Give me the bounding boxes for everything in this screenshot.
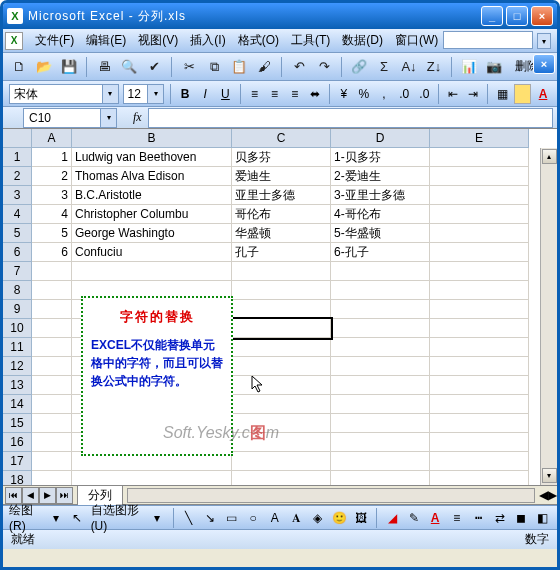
sum-icon[interactable]: Σ bbox=[374, 57, 394, 77]
cell-B5[interactable]: George Washingto bbox=[72, 224, 232, 243]
cell-B8[interactable] bbox=[72, 281, 232, 300]
line-icon[interactable]: ╲ bbox=[180, 508, 197, 528]
fx-button[interactable]: fx bbox=[133, 110, 142, 125]
cell-A13[interactable] bbox=[32, 376, 72, 395]
cell-A9[interactable] bbox=[32, 300, 72, 319]
draw-menu[interactable]: 绘图(R) bbox=[9, 502, 43, 533]
cell-C1[interactable]: 贝多芬 bbox=[232, 148, 331, 167]
cell-E18[interactable] bbox=[430, 471, 529, 485]
col-header-E[interactable]: E bbox=[430, 129, 529, 148]
name-box[interactable]: C10▾ bbox=[23, 108, 117, 128]
cell-B16[interactable] bbox=[72, 433, 232, 452]
row-header-1[interactable]: 1 bbox=[3, 148, 32, 167]
col-header-B[interactable]: B bbox=[72, 129, 232, 148]
cell-D14[interactable] bbox=[331, 395, 430, 414]
scroll-right-icon[interactable]: ▶ bbox=[548, 488, 557, 502]
cell-E6[interactable] bbox=[430, 243, 529, 262]
cell-C17[interactable] bbox=[232, 452, 331, 471]
row-header-12[interactable]: 12 bbox=[3, 357, 32, 376]
redo-icon[interactable]: ↷ bbox=[314, 57, 334, 77]
fill-color-icon[interactable]: ◢ bbox=[384, 508, 401, 528]
cell-D2[interactable]: 2-爱迪生 bbox=[331, 167, 430, 186]
cell-E14[interactable] bbox=[430, 395, 529, 414]
row-header-6[interactable]: 6 bbox=[3, 243, 32, 262]
cell-B3[interactable]: B.C.Aristotle bbox=[72, 186, 232, 205]
cell-B12[interactable] bbox=[72, 357, 232, 376]
cell-D10[interactable] bbox=[331, 319, 430, 338]
cell-D4[interactable]: 4-哥伦布 bbox=[331, 205, 430, 224]
menu-data[interactable]: 数据(D) bbox=[336, 29, 389, 52]
font-size-select[interactable]: 12▾ bbox=[123, 84, 165, 104]
vertical-scrollbar[interactable]: ▴ ▾ bbox=[540, 148, 557, 485]
cell-E10[interactable] bbox=[430, 319, 529, 338]
oval-icon[interactable]: ○ bbox=[245, 508, 262, 528]
row-header-11[interactable]: 11 bbox=[3, 338, 32, 357]
cell-E8[interactable] bbox=[430, 281, 529, 300]
bold-button[interactable]: B bbox=[177, 84, 193, 104]
cell-A3[interactable]: 3 bbox=[32, 186, 72, 205]
diagram-icon[interactable]: ◈ bbox=[309, 508, 326, 528]
cell-D5[interactable]: 5-华盛顿 bbox=[331, 224, 430, 243]
format-painter-icon[interactable]: 🖌 bbox=[254, 57, 274, 77]
cell-D6[interactable]: 6-孔子 bbox=[331, 243, 430, 262]
cell-C14[interactable] bbox=[232, 395, 331, 414]
cell-C7[interactable] bbox=[232, 262, 331, 281]
sort-asc-icon[interactable]: A↓ bbox=[399, 57, 419, 77]
rect-icon[interactable]: ▭ bbox=[223, 508, 240, 528]
close-button[interactable]: × bbox=[531, 6, 553, 26]
sort-desc-icon[interactable]: Z↓ bbox=[424, 57, 444, 77]
menu-view[interactable]: 视图(V) bbox=[132, 29, 184, 52]
save-icon[interactable]: 💾 bbox=[59, 57, 79, 77]
font-color-icon[interactable]: A bbox=[427, 508, 444, 528]
cell-B4[interactable]: Christopher Columbu bbox=[72, 205, 232, 224]
cell-B1[interactable]: Ludwig van Beethoven bbox=[72, 148, 232, 167]
cell-E5[interactable] bbox=[430, 224, 529, 243]
3d-icon[interactable]: ◧ bbox=[534, 508, 551, 528]
scroll-up-icon[interactable]: ▴ bbox=[542, 149, 557, 164]
cell-B18[interactable] bbox=[72, 471, 232, 485]
menu-file[interactable]: 文件(F) bbox=[29, 29, 80, 52]
cell-D7[interactable] bbox=[331, 262, 430, 281]
select-all-corner[interactable] bbox=[3, 129, 32, 148]
row-header-4[interactable]: 4 bbox=[3, 205, 32, 224]
cell-D17[interactable] bbox=[331, 452, 430, 471]
cell-E16[interactable] bbox=[430, 433, 529, 452]
cell-C11[interactable] bbox=[232, 338, 331, 357]
line-color-icon[interactable]: ✎ bbox=[405, 508, 422, 528]
col-header-D[interactable]: D bbox=[331, 129, 430, 148]
cell-C18[interactable] bbox=[232, 471, 331, 485]
cell-A2[interactable]: 2 bbox=[32, 167, 72, 186]
cell-D11[interactable] bbox=[331, 338, 430, 357]
cell-C4[interactable]: 哥伦布 bbox=[232, 205, 331, 224]
cell-A14[interactable] bbox=[32, 395, 72, 414]
spell-icon[interactable]: ✔ bbox=[144, 57, 164, 77]
cell-C16[interactable] bbox=[232, 433, 331, 452]
camera-icon[interactable]: 📷 bbox=[484, 57, 504, 77]
cell-E1[interactable] bbox=[430, 148, 529, 167]
row-header-16[interactable]: 16 bbox=[3, 433, 32, 452]
cell-C2[interactable]: 爱迪生 bbox=[232, 167, 331, 186]
cell-A8[interactable] bbox=[32, 281, 72, 300]
cell-E12[interactable] bbox=[430, 357, 529, 376]
cut-icon[interactable]: ✂ bbox=[179, 57, 199, 77]
dash-style-icon[interactable]: ┅ bbox=[470, 508, 487, 528]
cell-D3[interactable]: 3-亚里士多德 bbox=[331, 186, 430, 205]
cell-B10[interactable] bbox=[72, 319, 232, 338]
formula-input[interactable] bbox=[148, 108, 553, 128]
menu-edit[interactable]: 编辑(E) bbox=[80, 29, 132, 52]
preview-icon[interactable]: 🔍 bbox=[119, 57, 139, 77]
cell-E17[interactable] bbox=[430, 452, 529, 471]
cell-D1[interactable]: 1-贝多芬 bbox=[331, 148, 430, 167]
cell-D12[interactable] bbox=[331, 357, 430, 376]
font-name-select[interactable]: 宋体▾ bbox=[9, 84, 119, 104]
shadow-icon[interactable]: ◼ bbox=[513, 508, 530, 528]
italic-button[interactable]: I bbox=[197, 84, 213, 104]
tab-last-icon[interactable]: ⏭ bbox=[56, 487, 73, 504]
row-header-3[interactable]: 3 bbox=[3, 186, 32, 205]
select-objects-icon[interactable]: ↖ bbox=[69, 508, 86, 528]
cell-A4[interactable]: 4 bbox=[32, 205, 72, 224]
paste-icon[interactable]: 📋 bbox=[229, 57, 249, 77]
help-question-box[interactable] bbox=[443, 31, 533, 49]
excel-doc-icon[interactable]: X bbox=[5, 32, 23, 50]
autoshape-menu[interactable]: 自选图形(U) bbox=[91, 502, 144, 533]
